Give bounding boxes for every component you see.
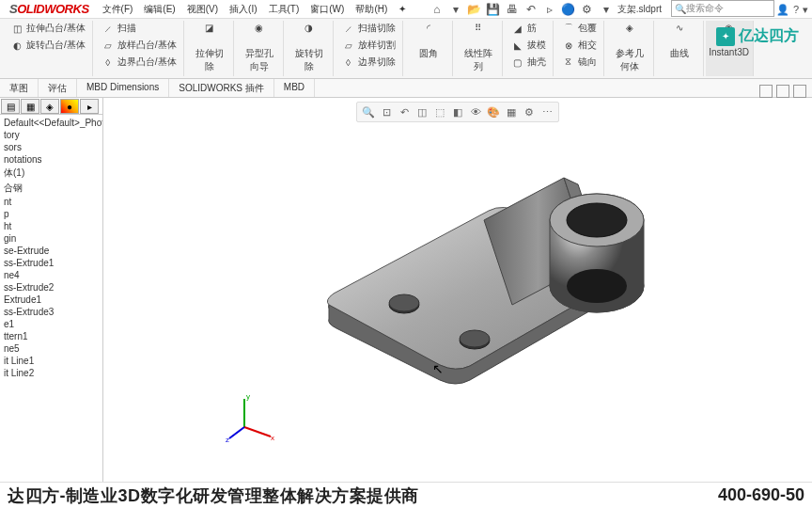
new-icon[interactable]: ▾ [448,2,463,17]
task-pane-icons [759,85,806,98]
curves-button[interactable]: ∿曲线 [660,21,699,62]
zoom-fit-icon[interactable]: 🔍 [361,104,376,119]
feature-tree: ▤ ▦ ◈ ● ▸ Default<<Default>_PhotoWorktor… [0,98,103,493]
tree-item[interactable]: sors [0,141,102,153]
user-icon[interactable]: 👤 [776,4,789,16]
menu-window[interactable]: 窗口(W) [304,3,350,16]
search-input[interactable]: 🔍 搜索命令 [671,0,774,17]
zoom-area-icon[interactable]: ⊡ [379,104,394,119]
watermark-text: 亿达四方 [739,26,799,46]
tree-item[interactable]: Extrude1 [0,294,102,306]
cut-boundary-button[interactable]: ◊边界切除 [339,55,398,70]
tree-item[interactable]: 合钢 [0,181,102,196]
tree-item[interactable]: ss-Extrude2 [0,281,102,294]
draft-button[interactable]: ◣拔模 [508,38,549,53]
tree-item[interactable]: p [0,208,102,220]
tree-item[interactable]: ttern1 [0,330,102,342]
tree-item[interactable]: ne4 [0,269,102,281]
open-icon[interactable]: 📂 [467,2,482,17]
mirror-button[interactable]: ⧖镜向 [559,55,600,70]
tab-mbd-dim[interactable]: MBD Dimensions [77,79,169,97]
intersect-button[interactable]: ⊗相交 [559,38,600,53]
prev-view-icon[interactable]: ↶ [397,104,412,119]
revolve-boss-button[interactable]: ◐旋转凸台/基体 [8,38,88,53]
loft-button[interactable]: ▱放样凸台/基体 [99,38,180,53]
boundary-button[interactable]: ◊边界凸台/基体 [99,55,180,70]
home-icon[interactable]: ⌂ [429,2,445,17]
menu-file[interactable]: 文件(F) [97,3,139,16]
tree-item[interactable]: nt [0,196,102,208]
fillet-button[interactable]: ◜圆角 [409,21,448,62]
tab-mbd[interactable]: MBD [274,79,315,97]
menu-tools[interactable]: 工具(T) [263,3,305,16]
view-orient-icon[interactable]: ⬚ [432,104,447,119]
sweep-button[interactable]: ⟋扫描 [99,21,180,36]
shell-button[interactable]: ▢抽壳 [508,55,549,70]
cut-loft-button[interactable]: ▱放样切割 [339,38,398,53]
select-icon[interactable]: ▹ [542,2,557,17]
tree-tab-more[interactable]: ▸ [80,99,99,114]
display-style-icon[interactable]: ◧ [450,104,465,119]
tab-sketch[interactable]: 草图 [0,79,39,97]
watermark-logo-icon: ✦ [716,27,735,46]
section-icon[interactable]: ◫ [414,104,429,119]
menu-insert[interactable]: 插入(I) [224,3,262,16]
tree-tab-display[interactable]: ● [60,99,79,114]
tree-item[interactable]: ss-Extrude3 [0,306,102,318]
menu-star-icon[interactable]: ✦ [393,4,412,14]
undo-icon[interactable]: ↶ [523,2,539,17]
cut-sweep-button[interactable]: ⟋扫描切除 [339,21,398,36]
tree-tab-config[interactable]: ◈ [40,99,59,114]
more-icon[interactable]: ⋯ [539,104,554,119]
cut-extrude-button[interactable]: ◪拉伸切除 [190,21,229,75]
rib-button[interactable]: ◢筋 [508,21,549,36]
menu-edit[interactable]: 编辑(E) [138,3,180,16]
tree-item[interactable]: it Line1 [0,355,102,367]
dropdown-icon[interactable]: ▾ [803,4,808,16]
command-manager-tabs: 草图 评估 MBD Dimensions SOLIDWORKS 插件 MBD [0,79,812,98]
viewport[interactable]: 🔍 ⊡ ↶ ◫ ⬚ ◧ 👁 🎨 ▦ ⚙ ⋯ [103,98,812,493]
doc-icon[interactable]: ▾ [599,2,614,17]
tab-evaluate[interactable]: 评估 [39,79,77,97]
tree-tab-feature[interactable]: ▤ [1,99,20,114]
tree-item[interactable]: gin [0,232,102,245]
tree-item[interactable]: ht [0,220,102,232]
hole-wizard-button[interactable]: ◉异型孔向导 [240,21,279,75]
panel-icon-1[interactable] [759,85,773,98]
tree-item[interactable]: it Line2 [0,367,102,379]
cursor-icon: ↖ [432,361,444,376]
tree-item[interactable]: ne5 [0,342,102,355]
ref-geom-button[interactable]: ◈参考几何体 [610,21,649,75]
tab-addins[interactable]: SOLIDWORKS 插件 [169,79,274,97]
cut-revolve-button[interactable]: ◑旋转切除 [289,21,329,75]
tree-item[interactable]: Default<<Default>_PhotoWork [0,117,102,129]
panel-icon-2[interactable] [776,85,789,98]
tree-item[interactable]: tory [0,129,102,141]
tree-item[interactable]: notations [0,153,102,166]
wrap-button[interactable]: ⌒包覆 [559,21,600,36]
triad-icon[interactable]: y x z [226,389,282,446]
tree-item[interactable]: ss-Extrude1 [0,257,102,269]
apply-scene-icon[interactable]: ▦ [504,104,519,119]
menu-help[interactable]: 帮助(H) [350,3,393,16]
view-settings-icon[interactable]: ⚙ [522,104,537,119]
watermark: ✦ 亿达四方 [716,26,799,46]
hide-show-icon[interactable]: 👁 [468,104,483,119]
print-icon[interactable]: 🖶 [505,2,520,17]
pattern-button[interactable]: ⠿线性阵列 [459,21,498,75]
tree-item[interactable]: 体(1) [0,166,102,181]
quick-access-toolbar: ⌂ ▾ 📂 💾 🖶 ↶ ▹ 🔵 ⚙ ▾ 支架.sldprt [429,0,662,19]
help-icon[interactable]: ? [793,4,799,15]
edit-appear-icon[interactable]: 🎨 [486,104,501,119]
menu-view[interactable]: 视图(V) [181,3,224,16]
options-icon[interactable]: ⚙ [580,2,595,17]
tree-tab-property[interactable]: ▦ [21,99,39,114]
svg-point-6 [567,203,627,237]
tree-item[interactable]: se-Extrude [0,245,102,257]
save-icon[interactable]: 💾 [486,2,501,17]
panel-icon-3[interactable] [793,85,806,98]
rebuild-icon[interactable]: 🔵 [561,2,576,17]
svg-text:z: z [226,436,229,444]
tree-item[interactable]: e1 [0,318,102,330]
extrude-boss-button[interactable]: ◫拉伸凸台/基体 [8,21,88,36]
